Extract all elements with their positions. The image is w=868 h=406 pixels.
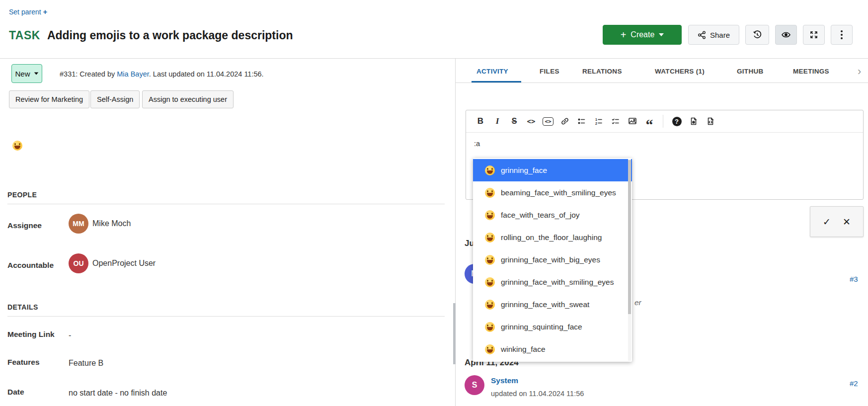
work-package-page: Set parent+ TASKAdding emojis to a work … <box>0 0 868 406</box>
tab-relations[interactable]: RELATIONS <box>582 68 622 75</box>
avatar: MM <box>69 214 88 234</box>
create-button[interactable]: + Create <box>603 25 682 45</box>
system-updated-text: updated on 11.04.2024 11:56 <box>491 390 584 398</box>
emoji-option[interactable]: winking_face <box>473 338 632 360</box>
emoji-icon <box>485 300 495 310</box>
date-label: Date <box>7 388 24 397</box>
work-package-type: TASK <box>9 29 40 42</box>
accountable-value[interactable]: OU OpenProject User <box>69 253 156 273</box>
tab-meetings[interactable]: MEETINGS <box>793 68 829 75</box>
chevron-down-icon <box>659 33 664 36</box>
features-value[interactable]: Feature B <box>69 359 103 368</box>
emoji-icon <box>485 210 495 220</box>
editor-toolbar: B I S <> <> 12 “ ? <box>466 110 863 133</box>
kebab-icon <box>841 30 843 39</box>
assignee-value[interactable]: MM Mike Moch <box>69 214 131 234</box>
accountable-label: Accountable <box>7 261 54 270</box>
watch-button[interactable] <box>775 25 797 45</box>
cancel-close-icon[interactable]: ✕ <box>843 216 851 228</box>
assignee-name[interactable]: Mike Moch <box>92 219 131 228</box>
status-dropdown[interactable]: New <box>11 64 42 83</box>
assignee-label: Assignee <box>7 221 42 230</box>
baseline-comparison-button[interactable] <box>745 25 769 45</box>
toolbar-separator <box>663 115 663 128</box>
history-clock-icon <box>752 30 762 40</box>
people-section-heading: PEOPLE <box>7 191 37 199</box>
self-assign-button[interactable]: Self-Assign <box>90 90 140 108</box>
emoji-option[interactable]: grinning_squinting_face <box>473 316 632 338</box>
svg-text:1: 1 <box>595 118 597 121</box>
strikethrough-icon[interactable]: S <box>507 114 522 129</box>
tabs-scroll-right-icon[interactable]: › <box>858 65 861 78</box>
avatar: S <box>465 375 484 395</box>
emoji-icon <box>485 277 495 287</box>
details-section-heading: DETAILS <box>7 303 38 311</box>
confirm-check-icon[interactable]: ✓ <box>823 216 831 228</box>
title-row: TASKAdding emojis to a work package desc… <box>9 29 293 42</box>
comment-2-link[interactable]: #2 <box>850 379 858 388</box>
todo-list-icon[interactable] <box>608 114 623 129</box>
emoji-option[interactable]: grinning_face_with_big_eyes <box>473 248 632 271</box>
share-button-label: Share <box>710 31 730 39</box>
system-author-link[interactable]: System <box>491 376 518 385</box>
tab-watchers[interactable]: WATCHERS (1) <box>655 68 705 75</box>
status-label: New <box>15 70 30 78</box>
chevron-down-icon <box>34 72 38 75</box>
inline-code-icon[interactable]: <> <box>524 114 539 129</box>
italic-icon[interactable]: I <box>490 114 505 129</box>
panel-scrollbar-thumb[interactable] <box>453 303 456 364</box>
tab-files[interactable]: FILES <box>540 68 559 75</box>
numbered-list-icon[interactable]: 12 <box>591 114 606 129</box>
preview-icon[interactable] <box>686 114 701 129</box>
emoji-option[interactable]: grinning_face <box>473 159 632 181</box>
page-title[interactable]: Adding emojis to a work package descript… <box>47 29 293 42</box>
tab-activity[interactable]: ACTIVITY <box>476 68 508 75</box>
meeting-link-value[interactable]: - <box>69 331 71 340</box>
source-code-icon[interactable] <box>703 114 718 129</box>
emoji-option[interactable]: rolling_on_the_floor_laughing <box>473 226 632 248</box>
help-icon[interactable]: ? <box>669 114 684 129</box>
emoji-autocomplete-dropdown: grinning_face beaming_face_with_smiling_… <box>473 158 632 362</box>
accountable-name[interactable]: OpenProject User <box>92 259 156 268</box>
svg-text:2: 2 <box>595 122 597 125</box>
emoji-icon <box>485 165 495 175</box>
bulleted-list-icon[interactable] <box>574 114 589 129</box>
share-nodes-icon <box>698 31 706 39</box>
code-block-icon[interactable]: <> <box>541 114 555 129</box>
comment-3-link[interactable]: #3 <box>850 275 858 283</box>
features-label: Features <box>7 358 40 367</box>
set-parent-link[interactable]: Set parent+ <box>9 7 47 16</box>
expand-icon <box>809 30 818 39</box>
emoji-option[interactable]: beaming_face_with_smiling_eyes <box>473 181 632 204</box>
tab-github[interactable]: GITHUB <box>737 68 764 75</box>
section-divider <box>7 316 445 317</box>
dropdown-scrollbar-thumb[interactable] <box>628 160 631 314</box>
fullscreen-button[interactable] <box>803 25 825 45</box>
emoji-option[interactable]: grinning_face_with_smiling_eyes <box>473 271 632 293</box>
review-for-marketing-button[interactable]: Review for Marketing <box>9 90 89 108</box>
more-menu-button[interactable] <box>831 25 853 45</box>
emoji-icon <box>485 233 495 243</box>
editor-confirm-box: ✓ ✕ <box>810 206 864 237</box>
work-package-meta: #331: Created by Mia Bayer. Last updated… <box>60 70 264 78</box>
emoji-option[interactable]: face_with_tears_of_joy <box>473 204 632 226</box>
description-emoji <box>12 141 22 151</box>
date-value[interactable]: no start date - no finish date <box>69 389 167 398</box>
avatar: OU <box>69 253 88 273</box>
assign-to-executing-user-button[interactable]: Assign to executing user <box>142 90 234 108</box>
bold-icon[interactable]: B <box>473 114 488 129</box>
create-button-label: Create <box>631 30 654 39</box>
emoji-option[interactable]: grinning_face_with_sweat <box>473 293 632 316</box>
share-button[interactable]: Share <box>688 25 739 45</box>
insert-image-icon[interactable] <box>625 114 640 129</box>
author-link[interactable]: Mia Bayer <box>117 70 149 78</box>
emoji-icon <box>485 344 495 354</box>
emoji-icon <box>485 322 495 332</box>
link-icon[interactable] <box>557 114 572 129</box>
header-divider <box>0 58 868 59</box>
eye-icon <box>781 30 791 40</box>
meeting-link-label: Meeting Link <box>7 330 55 339</box>
tabs-divider <box>456 82 868 83</box>
plus-icon: + <box>43 7 48 16</box>
block-quote-icon[interactable]: “ <box>642 114 657 129</box>
